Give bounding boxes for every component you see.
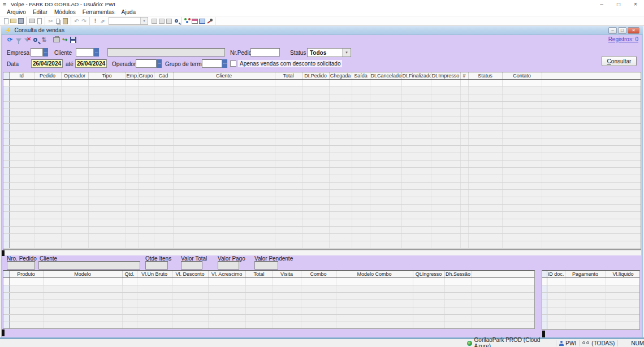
child-restore-button[interactable]: □ bbox=[618, 27, 626, 34]
grid-cell[interactable] bbox=[468, 145, 502, 153]
column-header-pagamento[interactable]: Pagamento bbox=[565, 271, 606, 277]
grid-cell[interactable] bbox=[401, 101, 431, 109]
grid-cell[interactable] bbox=[302, 219, 329, 226]
grid-cell[interactable] bbox=[154, 123, 173, 131]
grid-cell[interactable] bbox=[329, 167, 352, 175]
grid-cell[interactable] bbox=[154, 131, 173, 138]
child-titlebar[interactable]: ⚡ Consulta de vendas bbox=[1, 26, 643, 35]
grid-cell[interactable] bbox=[468, 182, 502, 189]
grid-cell[interactable] bbox=[460, 204, 468, 211]
grid-cell[interactable] bbox=[401, 175, 431, 182]
grid-cell[interactable] bbox=[502, 197, 542, 204]
grid-cell[interactable] bbox=[43, 292, 122, 300]
grid-cell[interactable] bbox=[173, 153, 275, 160]
grid-cell[interactable] bbox=[547, 322, 565, 329]
grid-cell[interactable] bbox=[173, 226, 275, 233]
undo-icon[interactable]: ↶ bbox=[73, 17, 80, 25]
desconto-checkbox-label[interactable]: Apenas vendas com desconto solicitado bbox=[238, 60, 342, 67]
grid-cell[interactable] bbox=[401, 138, 431, 145]
cliente-code-input[interactable] bbox=[76, 48, 94, 57]
grid-cell[interactable] bbox=[401, 109, 431, 116]
grid-cell[interactable] bbox=[173, 123, 275, 131]
grid-cell[interactable] bbox=[173, 79, 275, 86]
grid-cell[interactable] bbox=[431, 101, 460, 109]
grid-cell[interactable] bbox=[43, 285, 122, 292]
grid-cell[interactable] bbox=[34, 189, 61, 197]
grid-cell[interactable] bbox=[352, 79, 370, 86]
minimize-button[interactable]: – bbox=[593, 0, 610, 8]
grid-cell[interactable] bbox=[122, 285, 137, 292]
column-header-vl-acrescimo[interactable]: Vl. Acrescimo bbox=[208, 271, 245, 277]
grid-row[interactable] bbox=[3, 197, 641, 204]
grid-cell[interactable] bbox=[370, 94, 401, 101]
table-color-icon[interactable] bbox=[191, 17, 198, 25]
grid-cell[interactable] bbox=[542, 211, 641, 219]
column-header-total[interactable]: Total bbox=[275, 72, 302, 79]
grid-cell[interactable] bbox=[502, 233, 542, 241]
toolbar-combobox[interactable]: ▾ bbox=[109, 17, 148, 25]
grid-cell[interactable] bbox=[401, 94, 431, 101]
grid-cell[interactable] bbox=[542, 138, 641, 145]
grid-cell[interactable] bbox=[401, 131, 431, 138]
grid-cell[interactable] bbox=[126, 167, 138, 175]
child-close-button[interactable]: × bbox=[628, 27, 639, 34]
grid-cell[interactable] bbox=[565, 307, 606, 314]
grid-cell[interactable] bbox=[460, 219, 468, 226]
grid-cell[interactable] bbox=[502, 211, 542, 219]
grid-cell[interactable] bbox=[173, 204, 275, 211]
grid-cell[interactable] bbox=[34, 204, 61, 211]
grid-cell[interactable] bbox=[34, 175, 61, 182]
grid-cell[interactable] bbox=[126, 211, 138, 219]
grid-cell[interactable] bbox=[468, 131, 502, 138]
grid-cell[interactable] bbox=[138, 94, 154, 101]
grid-cell[interactable] bbox=[126, 116, 138, 123]
grid-cell[interactable] bbox=[273, 307, 301, 314]
grid-cell[interactable] bbox=[547, 307, 565, 314]
grid-cell[interactable] bbox=[565, 277, 606, 285]
column-header-qt-ingresso[interactable]: Qt.Ingresso bbox=[413, 271, 444, 277]
grid-cell[interactable] bbox=[61, 241, 88, 248]
grid-cell[interactable] bbox=[352, 167, 370, 175]
grid-cell[interactable] bbox=[138, 160, 154, 167]
grid-cell[interactable] bbox=[336, 292, 413, 300]
grid-cell[interactable] bbox=[275, 175, 302, 182]
grid-cell[interactable] bbox=[61, 116, 88, 123]
grid-cell[interactable] bbox=[154, 226, 173, 233]
grid-cell[interactable] bbox=[565, 329, 606, 330]
grid-cell[interactable] bbox=[154, 94, 173, 101]
grid-cell[interactable] bbox=[606, 292, 640, 300]
grid-cell[interactable] bbox=[352, 131, 370, 138]
grid-cell[interactable] bbox=[370, 160, 401, 167]
data-from-field[interactable]: 26/04/2024 bbox=[31, 59, 63, 68]
grid-cell[interactable] bbox=[138, 153, 154, 160]
grid-cell[interactable] bbox=[370, 131, 401, 138]
grid-cell[interactable] bbox=[547, 285, 565, 292]
grid-cell[interactable] bbox=[154, 79, 173, 86]
grid-cell[interactable] bbox=[502, 123, 542, 131]
column-header-combo[interactable]: Combo bbox=[301, 271, 336, 277]
grid-cell[interactable] bbox=[88, 189, 126, 197]
grid-cell[interactable] bbox=[401, 204, 431, 211]
new-icon[interactable] bbox=[2, 17, 10, 25]
grid-cell[interactable] bbox=[468, 160, 502, 167]
grid-cell[interactable] bbox=[547, 314, 565, 322]
grid-cell[interactable] bbox=[431, 175, 460, 182]
grid-cell[interactable] bbox=[472, 314, 535, 322]
grid-cell[interactable] bbox=[413, 322, 444, 329]
grid-cell[interactable] bbox=[122, 292, 137, 300]
grid-cell[interactable] bbox=[502, 101, 542, 109]
grid-row[interactable] bbox=[542, 322, 640, 329]
grid-cell[interactable] bbox=[468, 204, 502, 211]
grid-cell[interactable] bbox=[370, 101, 401, 109]
grid-cell[interactable] bbox=[502, 131, 542, 138]
column-header-#[interactable]: # bbox=[460, 72, 468, 79]
grid-cell[interactable] bbox=[173, 175, 275, 182]
grid-cell[interactable] bbox=[61, 109, 88, 116]
grid-cell[interactable] bbox=[542, 182, 641, 189]
grid-cell[interactable] bbox=[61, 219, 88, 226]
grid-cell[interactable] bbox=[126, 204, 138, 211]
column-header-vl-un-bruto[interactable]: Vl.Un Bruto bbox=[137, 271, 172, 277]
grid-cell[interactable] bbox=[275, 167, 302, 175]
grid-cell[interactable] bbox=[34, 79, 61, 86]
grid-cell[interactable] bbox=[460, 145, 468, 153]
